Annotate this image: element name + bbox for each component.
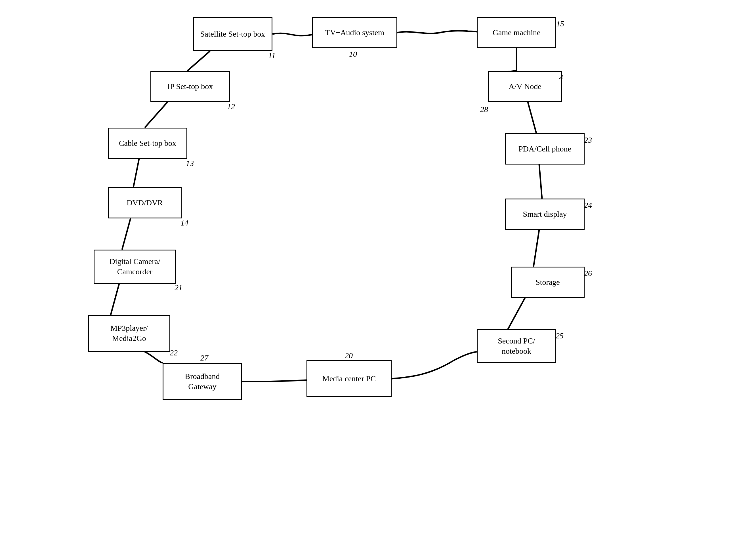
cable-settop-box: Cable Set-top box [108, 128, 187, 159]
storage-label-id: 26 [584, 269, 592, 278]
game-machine-label-id: 15 [556, 19, 564, 28]
cable-settop-label-id: 13 [186, 159, 194, 168]
av-node-label-id: 28 [480, 105, 488, 114]
satellite-label-id: 11 [268, 51, 276, 60]
dvd-dvr-box: DVD/DVR [108, 187, 182, 219]
smart-display-box: Smart display [505, 199, 585, 230]
broadband-gateway-box: BroadbandGateway [163, 363, 242, 400]
pda-cell-label-id: 23 [584, 136, 592, 145]
game-machine-box: Game machine [477, 17, 556, 48]
diagram-container: Satellite Set-top box 11 TV+Audio system… [0, 0, 756, 550]
ip-settop-box: IP Set-top box [150, 71, 230, 102]
digital-camera-box: Digital Camera/Camcorder [94, 250, 176, 283]
tv-audio-label-id: 10 [349, 50, 357, 59]
media-center-box: Media center PC [306, 360, 392, 397]
dvd-dvr-label-id: 14 [180, 219, 188, 228]
digital-camera-label-id: 21 [175, 283, 182, 292]
second-pc-label-id: 25 [556, 331, 564, 340]
broadband-gateway-label-id: 27 [200, 353, 208, 362]
satellite-settop-box: Satellite Set-top box [193, 17, 272, 51]
av-node-box: A/V Node [488, 71, 562, 102]
second-pc-box: Second PC/notebook [477, 329, 556, 363]
pda-cell-box: PDA/Cell phone [505, 133, 585, 165]
ip-settop-label-id: 12 [227, 102, 235, 111]
smart-display-label-id: 24 [584, 201, 592, 210]
storage-box: Storage [511, 267, 585, 298]
mp3player-label-id: 22 [170, 348, 178, 357]
tv-audio-box: TV+Audio system [312, 17, 397, 48]
mp3player-box: MP3player/Media2Go [88, 315, 170, 352]
media-center-label-id: 20 [345, 351, 353, 360]
av-node-label-id2: 4 [559, 73, 563, 82]
